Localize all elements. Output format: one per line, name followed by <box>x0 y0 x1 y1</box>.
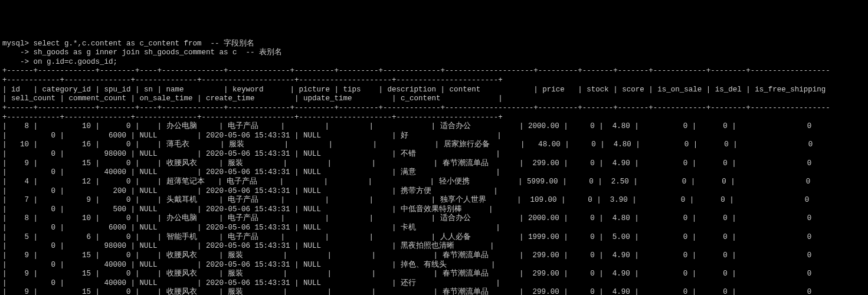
mysql-terminal-output: mysql> select g.*,c.content as c_content… <box>2 40 866 296</box>
